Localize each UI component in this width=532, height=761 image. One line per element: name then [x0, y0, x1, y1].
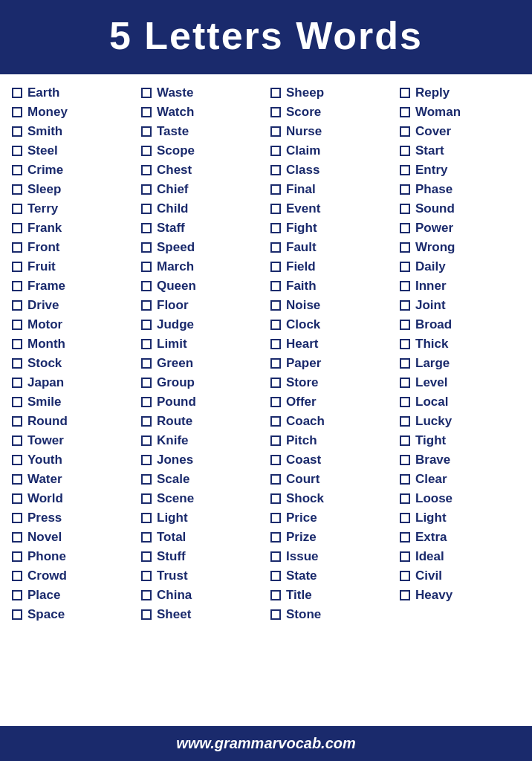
list-item[interactable]: Chest — [140, 161, 263, 180]
list-item[interactable]: Broad — [398, 315, 522, 334]
list-item[interactable]: Fruit — [10, 257, 134, 276]
list-item[interactable]: Daily — [398, 257, 522, 276]
list-item[interactable]: Fault — [269, 238, 392, 257]
checkbox-icon[interactable] — [12, 416, 22, 427]
list-item[interactable]: Route — [140, 412, 263, 431]
checkbox-icon[interactable] — [141, 281, 152, 291]
checkbox-icon[interactable] — [400, 146, 410, 156]
list-item[interactable]: Scene — [140, 489, 263, 508]
list-item[interactable]: Crowd — [10, 566, 134, 586]
list-item[interactable]: Stone — [269, 605, 392, 624]
list-item[interactable]: Lucky — [398, 412, 522, 431]
checkbox-icon[interactable] — [270, 551, 281, 562]
list-item[interactable]: China — [140, 586, 263, 605]
checkbox-icon[interactable] — [12, 435, 22, 446]
list-item[interactable]: Scope — [140, 141, 263, 161]
checkbox-icon[interactable] — [270, 339, 281, 349]
list-item[interactable]: Queen — [140, 276, 263, 296]
checkbox-icon[interactable] — [270, 474, 281, 485]
list-item[interactable]: Heart — [269, 334, 392, 354]
checkbox-icon[interactable] — [141, 551, 152, 562]
checkbox-icon[interactable] — [270, 590, 281, 600]
list-item[interactable]: Water — [10, 470, 134, 489]
list-item[interactable]: Staff — [140, 218, 263, 238]
checkbox-icon[interactable] — [141, 262, 152, 272]
list-item[interactable]: Fight — [269, 218, 392, 238]
checkbox-icon[interactable] — [400, 455, 410, 465]
list-item[interactable]: Noise — [269, 296, 392, 315]
list-item[interactable]: Local — [398, 392, 522, 412]
list-item[interactable]: Claim — [269, 141, 392, 161]
list-item[interactable]: Trust — [140, 566, 263, 586]
list-item[interactable]: Paper — [269, 354, 392, 373]
list-item[interactable]: Limit — [140, 334, 263, 354]
checkbox-icon[interactable] — [400, 165, 410, 175]
checkbox-icon[interactable] — [12, 146, 22, 156]
list-item[interactable]: Knife — [140, 431, 263, 450]
checkbox-icon[interactable] — [12, 378, 22, 388]
checkbox-icon[interactable] — [141, 126, 152, 137]
list-item[interactable]: Green — [140, 354, 263, 373]
list-item[interactable]: Chief — [140, 180, 263, 199]
list-item[interactable]: Group — [140, 373, 263, 392]
list-item[interactable]: Inner — [398, 276, 522, 296]
checkbox-icon[interactable] — [270, 184, 281, 195]
checkbox-icon[interactable] — [270, 416, 281, 427]
checkbox-icon[interactable] — [12, 493, 22, 504]
checkbox-icon[interactable] — [270, 204, 281, 214]
checkbox-icon[interactable] — [12, 551, 22, 562]
checkbox-icon[interactable] — [270, 571, 281, 581]
checkbox-icon[interactable] — [141, 435, 152, 446]
list-item[interactable]: Cover — [398, 122, 522, 141]
checkbox-icon[interactable] — [12, 126, 22, 137]
checkbox-icon[interactable] — [141, 165, 152, 175]
checkbox-icon[interactable] — [270, 242, 281, 253]
list-item[interactable]: Court — [269, 470, 392, 489]
list-item[interactable]: Light — [140, 508, 263, 528]
list-item[interactable]: Woman — [398, 103, 522, 122]
list-item[interactable]: Child — [140, 199, 263, 218]
checkbox-icon[interactable] — [141, 204, 152, 214]
list-item[interactable]: Power — [398, 218, 522, 238]
checkbox-icon[interactable] — [270, 320, 281, 330]
checkbox-icon[interactable] — [141, 416, 152, 427]
list-item[interactable]: Ideal — [398, 547, 522, 566]
list-item[interactable]: Youth — [10, 450, 134, 470]
checkbox-icon[interactable] — [141, 455, 152, 465]
checkbox-icon[interactable] — [270, 397, 281, 407]
list-item[interactable]: Coast — [269, 450, 392, 470]
checkbox-icon[interactable] — [400, 262, 410, 272]
list-item[interactable]: Frank — [10, 218, 134, 238]
checkbox-icon[interactable] — [400, 126, 410, 137]
list-item[interactable]: World — [10, 489, 134, 508]
list-item[interactable]: Shock — [269, 489, 392, 508]
checkbox-icon[interactable] — [400, 571, 410, 581]
checkbox-icon[interactable] — [270, 609, 281, 620]
list-item[interactable]: Crime — [10, 161, 134, 180]
checkbox-icon[interactable] — [270, 88, 281, 98]
list-item[interactable]: Nurse — [269, 122, 392, 141]
list-item[interactable]: Thick — [398, 334, 522, 354]
list-item[interactable]: Tower — [10, 431, 134, 450]
checkbox-icon[interactable] — [141, 358, 152, 369]
checkbox-icon[interactable] — [400, 513, 410, 523]
checkbox-icon[interactable] — [400, 281, 410, 291]
list-item[interactable]: Press — [10, 508, 134, 528]
list-item[interactable]: Steel — [10, 141, 134, 161]
checkbox-icon[interactable] — [141, 184, 152, 195]
checkbox-icon[interactable] — [141, 609, 152, 620]
checkbox-icon[interactable] — [270, 358, 281, 369]
list-item[interactable]: Issue — [269, 547, 392, 566]
list-item[interactable]: Reply — [398, 83, 522, 103]
list-item[interactable]: Watch — [140, 103, 263, 122]
checkbox-icon[interactable] — [141, 590, 152, 600]
checkbox-icon[interactable] — [12, 474, 22, 485]
list-item[interactable]: Waste — [140, 83, 263, 103]
list-item[interactable]: Smith — [10, 122, 134, 141]
checkbox-icon[interactable] — [270, 126, 281, 137]
checkbox-icon[interactable] — [400, 378, 410, 388]
checkbox-icon[interactable] — [270, 435, 281, 446]
list-item[interactable]: Level — [398, 373, 522, 392]
checkbox-icon[interactable] — [141, 320, 152, 330]
list-item[interactable]: Faith — [269, 276, 392, 296]
